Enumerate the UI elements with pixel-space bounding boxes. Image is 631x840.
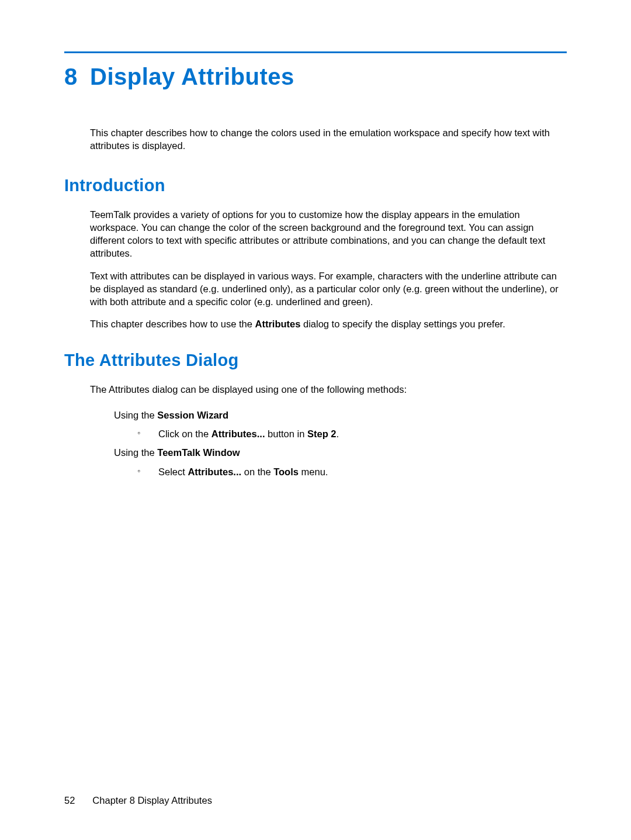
method2-label: Using the TeemTalk Window <box>114 446 567 459</box>
method2-bullet-bold1: Attributes... <box>188 466 241 477</box>
page-number: 52 <box>64 795 75 806</box>
method1-bullet-post: . <box>336 428 339 439</box>
method2-bullet-bold2: Tools <box>273 466 299 477</box>
section-heading-attributes-dialog: The Attributes Dialog <box>64 351 567 370</box>
intro-para-2: Text with attributes can be displayed in… <box>90 269 567 309</box>
method-teemtalk-window: Using the TeemTalk Window Select Attribu… <box>114 446 567 478</box>
method2-label-bold: TeemTalk Window <box>157 447 240 458</box>
method1-label-bold: Session Wizard <box>157 410 228 420</box>
intro-para-3-pre: This chapter describes how to use the <box>90 319 255 329</box>
method2-bullet: Select Attributes... on the Tools menu. <box>137 465 567 478</box>
method1-bullet: Click on the Attributes... button in Ste… <box>137 427 567 440</box>
method2-bullet-post: menu. <box>299 466 328 477</box>
chapter-number: 8 <box>64 64 90 90</box>
chapter-heading: 8 Display Attributes <box>64 64 567 90</box>
method1-label-pre: Using the <box>114 410 157 420</box>
intro-para-3: This chapter describes how to use the At… <box>90 317 567 330</box>
method1-bullet-pre: Click on the <box>158 428 212 439</box>
chapter-title: Display Attributes <box>90 64 294 90</box>
attributes-dialog-lead: The Attributes dialog can be displayed u… <box>90 383 567 396</box>
method1-bullet-bold2: Step 2 <box>307 428 337 439</box>
method2-bullet-pre: Select <box>158 466 188 477</box>
page-content: 8 Display Attributes This chapter descri… <box>0 0 631 840</box>
top-rule <box>64 51 567 53</box>
method1-bullet-mid: button in <box>265 428 307 439</box>
footer-chapter-label: Chapter 8 Display Attributes <box>92 795 212 806</box>
section-heading-introduction: Introduction <box>64 176 567 195</box>
method-session-wizard: Using the Session Wizard Click on the At… <box>114 409 567 441</box>
method2-label-pre: Using the <box>114 447 157 458</box>
method2-bullet-mid: on the <box>241 466 273 477</box>
chapter-intro-paragraph: This chapter describes how to change the… <box>90 126 567 153</box>
method1-label: Using the Session Wizard <box>114 409 567 421</box>
intro-para-3-post: dialog to specify the display settings y… <box>300 319 505 329</box>
intro-para-3-bold: Attributes <box>255 319 300 329</box>
intro-para-1: TeemTalk provides a variety of options f… <box>90 208 567 260</box>
method1-bullet-bold1: Attributes... <box>212 428 265 439</box>
page-footer: 52Chapter 8 Display Attributes <box>64 795 212 806</box>
